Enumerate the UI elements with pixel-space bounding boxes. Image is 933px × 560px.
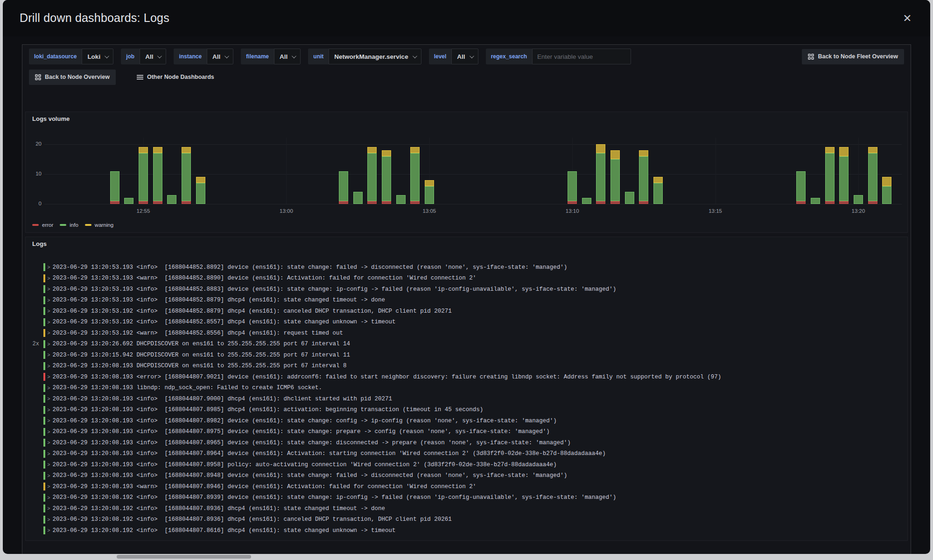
volume-bar-13:12:00 [625, 192, 634, 204]
back-to-node-fleet-overview-button[interactable]: Back to Node Fleet Overview [802, 49, 904, 64]
expand-caret-icon[interactable]: > [45, 462, 53, 468]
expand-caret-icon[interactable]: > [45, 495, 53, 501]
expand-caret-icon[interactable]: > [45, 308, 53, 314]
bar-segment-warning [382, 150, 391, 156]
log-row[interactable]: >2023-06-29 13:20:15.942 DHCPDISCOVER on… [26, 350, 903, 361]
variable-label-instance[interactable]: instance [174, 49, 207, 64]
bar-segment-info [868, 153, 877, 201]
log-row[interactable]: >2023-06-29 13:20:53.192 <warn> [1688044… [26, 328, 903, 339]
log-row[interactable]: >2023-06-29 13:20:08.193 <info> [1688044… [26, 415, 903, 427]
expand-caret-icon[interactable]: > [45, 418, 53, 424]
log-row[interactable]: >2023-06-29 13:20:53.192 <info> [1688044… [26, 306, 903, 317]
expand-caret-icon[interactable]: > [45, 286, 53, 292]
other-node-dashboards-label: Other Node Dashboards [147, 74, 214, 80]
bar-segment-warning [610, 150, 620, 159]
variable-value-unit[interactable]: NetworkManager.service [329, 49, 421, 64]
log-row[interactable]: >2023-06-29 13:20:08.193 DHCPDISCOVER on… [26, 361, 903, 372]
log-row[interactable]: 2x>2023-06-29 13:20:26.692 DHCPDISCOVER … [26, 339, 903, 350]
log-row[interactable]: >2023-06-29 13:20:08.192 <info> [1688044… [26, 503, 903, 514]
horizontal-scrollbar-thumb[interactable] [117, 555, 251, 559]
expand-caret-icon[interactable]: > [45, 330, 53, 336]
log-row[interactable]: >2023-06-29 13:20:53.192 <info> [1688044… [26, 317, 903, 328]
expand-caret-icon[interactable]: > [45, 385, 53, 391]
expand-caret-icon[interactable]: > [45, 517, 53, 523]
expand-caret-icon[interactable]: > [45, 341, 53, 347]
log-message: 2023-06-29 13:20:08.193 <info> [16880448… [53, 406, 484, 413]
bar-segment-warning [139, 147, 148, 153]
chevron-down-icon [292, 54, 296, 58]
variable-label-level[interactable]: level [429, 49, 452, 64]
bar-segment-info [639, 156, 648, 201]
log-message: 2023-06-29 13:20:08.193 <info> [16880448… [53, 396, 393, 402]
duplicate-count: 2x [26, 341, 43, 347]
gridline [286, 138, 287, 204]
log-row[interactable]: >2023-06-29 13:20:08.193 libndp: ndp_soc… [26, 383, 903, 394]
variable-value-job[interactable]: All [140, 49, 166, 64]
chevron-down-icon [470, 54, 474, 58]
expand-caret-icon[interactable]: > [45, 297, 53, 303]
chevron-down-icon [157, 54, 162, 58]
variable-label-unit[interactable]: unit [308, 49, 329, 64]
log-row[interactable]: >2023-06-29 13:20:08.193 <info> [1688044… [26, 459, 903, 470]
variable-value-loki_datasource[interactable]: Loki [82, 49, 113, 64]
log-row[interactable]: >2023-06-29 13:20:53.193 <warn> [1688044… [26, 273, 903, 284]
expand-caret-icon[interactable]: > [45, 363, 53, 369]
variable-value-filename[interactable]: All [274, 49, 301, 64]
log-row[interactable]: >2023-06-29 13:20:08.193 <info> [1688044… [26, 437, 903, 448]
log-row[interactable]: >2023-06-29 13:20:08.193 <warn> [1688044… [26, 481, 903, 492]
log-row[interactable]: >2023-06-29 13:20:08.193 <error> [168804… [26, 371, 903, 383]
variable-value-instance[interactable]: All [207, 49, 233, 64]
log-row[interactable]: >2023-06-29 13:20:08.193 <info> [1688044… [26, 427, 903, 438]
close-icon[interactable]: ✕ [900, 11, 914, 25]
variable-input-regex_search[interactable] [532, 49, 631, 64]
expand-caret-icon[interactable]: > [45, 440, 53, 446]
expand-caret-icon[interactable]: > [45, 352, 53, 358]
expand-caret-icon[interactable]: > [45, 275, 53, 281]
logs-panel-title[interactable]: Logs [32, 240, 47, 247]
expand-caret-icon[interactable]: > [45, 473, 53, 479]
expand-caret-icon[interactable]: > [45, 396, 53, 402]
expand-caret-icon[interactable]: > [45, 429, 53, 435]
expand-caret-icon[interactable]: > [45, 505, 53, 511]
back-to-node-overview-button[interactable]: Back to Node Overview [29, 70, 116, 85]
variable-label-filename[interactable]: filename [241, 49, 274, 64]
bar-segment-error [610, 201, 620, 204]
variable-label-regex_search[interactable]: regex_search [486, 49, 532, 64]
log-message: 2023-06-29 13:20:53.193 <info> [16880448… [53, 264, 568, 271]
variable-value-level[interactable]: All [451, 49, 478, 64]
expand-caret-icon[interactable]: > [45, 374, 53, 380]
expand-caret-icon[interactable]: > [45, 527, 53, 533]
log-row[interactable]: >2023-06-29 13:20:08.192 <info> [1688044… [26, 525, 903, 536]
other-node-dashboards-button[interactable]: Other Node Dashboards [131, 70, 220, 85]
log-row[interactable]: >2023-06-29 13:20:08.192 <info> [1688044… [26, 514, 903, 525]
variable-value-text: All [145, 53, 153, 60]
log-message: 2023-06-29 13:20:08.192 <info> [16880448… [53, 527, 396, 534]
expand-caret-icon[interactable]: > [45, 483, 53, 490]
gridline [44, 174, 902, 175]
bar-segment-error [339, 201, 348, 204]
log-row[interactable]: >2023-06-29 13:20:53.193 <info> [1688044… [26, 284, 903, 295]
legend-item-warning[interactable]: warning [85, 222, 113, 228]
log-row[interactable]: >2023-06-29 13:20:08.192 <info> [1688044… [26, 492, 903, 504]
log-row[interactable]: >2023-06-29 13:20:08.193 <info> [1688044… [26, 393, 903, 405]
log-row[interactable]: >2023-06-29 13:20:08.193 <info> [1688044… [26, 470, 903, 482]
variable-unit: unitNetworkManager.service [308, 49, 421, 64]
log-row[interactable]: >2023-06-29 13:20:08.193 <info> [1688044… [26, 448, 903, 460]
bar-segment-info [882, 186, 891, 204]
expand-caret-icon[interactable]: > [45, 319, 53, 325]
log-row[interactable]: >2023-06-29 13:20:53.193 <info> [1688044… [26, 295, 903, 306]
legend-item-error[interactable]: error [32, 222, 53, 228]
x-axis-tick-label: 13:20 [844, 208, 872, 214]
bar-segment-info [410, 153, 420, 201]
legend-item-info[interactable]: info [60, 222, 78, 228]
bar-segment-error [382, 201, 391, 204]
variable-label-job[interactable]: job [121, 49, 140, 64]
chevron-down-icon [413, 54, 417, 58]
expand-caret-icon[interactable]: > [45, 407, 53, 413]
log-row[interactable]: >2023-06-29 13:20:53.193 <info> [1688044… [26, 262, 903, 273]
variable-label-loki_datasource[interactable]: loki_datasource [29, 49, 82, 64]
expand-caret-icon[interactable]: > [45, 264, 53, 270]
expand-caret-icon[interactable]: > [45, 451, 53, 457]
log-row[interactable]: >2023-06-29 13:20:08.193 <info> [1688044… [26, 405, 903, 416]
y-axis-tick-label: 20 [28, 141, 42, 147]
